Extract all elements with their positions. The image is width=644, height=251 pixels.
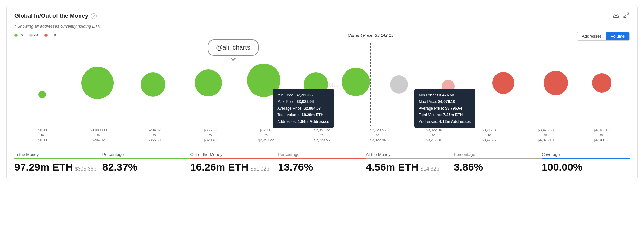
legend-out-dot xyxy=(44,34,48,37)
x-label-7: $3,022.94to$3,217.31 xyxy=(406,128,462,143)
card-title: Global In/Out of the Money xyxy=(14,13,88,19)
legend-at: At xyxy=(29,33,38,37)
card-title-row: Global In/Out of the Money ? xyxy=(14,13,97,19)
legend-at-dot xyxy=(29,34,33,37)
stat-in-label: In the Money xyxy=(14,152,102,159)
stat-coverage: Coverage 100.00% xyxy=(542,152,630,173)
bubble-1 xyxy=(38,91,46,98)
stat-at-pct-value: 3.86% xyxy=(454,161,542,173)
stat-out-value: 16.26m ETH$51.02b xyxy=(190,161,278,173)
svg-line-2 xyxy=(624,16,626,18)
legend-and-toggle: In At Out Addresses Volume xyxy=(14,32,630,41)
bubble-8 xyxy=(390,75,408,94)
header-icons xyxy=(613,12,630,20)
stat-out-subvalue: $51.02b xyxy=(251,166,269,172)
svg-line-1 xyxy=(627,13,629,15)
legend-in-dot xyxy=(14,34,18,37)
bubble-7 xyxy=(342,68,370,96)
current-price-line: Current Price: $3,142.13 xyxy=(370,43,371,126)
stat-out-label: Out of the Money xyxy=(190,152,278,159)
x-label-9: $3,476.53to$4,076.10 xyxy=(518,128,574,143)
subtitle: * Showing all addresses currently holdin… xyxy=(14,24,630,29)
tooltip-2: Min Price: $3,476.53 Max Price: $4,076.1… xyxy=(414,89,476,128)
bubble-11 xyxy=(544,71,568,95)
stat-in-pct-label: Percentage xyxy=(102,152,190,159)
x-label-2: $204.92to$355.60 xyxy=(126,128,182,143)
download-icon[interactable] xyxy=(613,12,619,20)
legend-in: In xyxy=(14,33,23,37)
bubble-3 xyxy=(141,72,165,97)
toggle-addresses[interactable]: Addresses xyxy=(577,32,606,40)
x-label-8: $3,217.31to$3,476.53 xyxy=(462,128,518,143)
stat-at-value: 4.56m ETH$14.32b xyxy=(366,161,454,173)
stat-at-the-money: At the Money 4.56m ETH$14.32b xyxy=(366,152,454,173)
legend-out: Out xyxy=(44,33,56,37)
toggle-buttons: Addresses Volume xyxy=(577,32,630,41)
stat-in-pct-value: 82.37% xyxy=(102,161,190,173)
stat-coverage-label: Coverage xyxy=(542,152,630,159)
stat-in-subvalue: $305.36b xyxy=(75,166,96,172)
chart-area: @ali_charts Current Price: $3,142.13 @co… xyxy=(14,43,630,126)
x-label-5: $2,351.22to$2,723.56 xyxy=(294,128,350,143)
stat-out-pct-label: Percentage xyxy=(278,152,366,159)
x-label-10: $4,076.10to$4,811.59 xyxy=(573,128,630,143)
x-label-4: $829.43to$2,351.22 xyxy=(238,128,294,143)
stat-at-label: At the Money xyxy=(366,152,454,159)
global-inout-money-card: Global In/Out of the Money ? * Showing a… xyxy=(6,5,638,180)
stat-in-value: 97.29m ETH$305.36b xyxy=(14,161,102,173)
legend-row: In At Out xyxy=(14,33,56,37)
x-labels: $0.00to$0.00 $0.000000to$204.92 $204.92t… xyxy=(14,128,630,143)
divider xyxy=(14,148,630,148)
expand-icon[interactable] xyxy=(623,12,630,20)
bubble-12 xyxy=(592,73,611,93)
x-label-1: $0.000000to$204.92 xyxy=(71,128,127,143)
card-header: Global In/Out of the Money ? xyxy=(14,12,630,20)
toggle-volume[interactable]: Volume xyxy=(606,32,629,40)
stat-at-subvalue: $14.32b xyxy=(421,166,439,172)
bubble-4 xyxy=(195,69,222,96)
stat-out-the-money: Out of the Money 16.26m ETH$51.02b xyxy=(190,152,278,173)
tooltip-1: Min Price: $2,723.56 Max Price: $3,022.9… xyxy=(273,89,334,128)
stat-out-pct: Percentage 13.76% xyxy=(278,152,366,173)
legend-at-label: At xyxy=(34,33,38,37)
bubble-2 xyxy=(81,67,114,99)
speech-bubble: @ali_charts xyxy=(208,39,259,56)
x-label-3: $355.60to$829.43 xyxy=(182,128,238,143)
bubble-10 xyxy=(492,72,514,94)
stat-at-pct: Percentage 3.86% xyxy=(454,152,542,173)
speech-bubble-text: @ali_charts xyxy=(216,44,250,51)
stat-at-pct-label: Percentage xyxy=(454,152,542,159)
stat-in-the-money: In the Money 97.29m ETH$305.36b xyxy=(14,152,102,173)
x-label-6: $2,723.56to$3,022.94 xyxy=(350,128,406,143)
x-label-0: $0.00to$0.00 xyxy=(14,128,71,143)
stat-out-pct-value: 13.76% xyxy=(278,161,366,173)
legend-in-label: In xyxy=(19,33,23,37)
chart-outer: @ali_charts Current Price: $3,142.13 @co… xyxy=(14,43,630,143)
stats-row: In the Money 97.29m ETH$305.36b Percenta… xyxy=(14,152,630,173)
current-price-label: Current Price: $3,142.13 xyxy=(348,33,393,38)
help-icon[interactable]: ? xyxy=(91,13,97,19)
stat-coverage-value: 100.00% xyxy=(542,161,630,173)
stat-in-pct: Percentage 82.37% xyxy=(102,152,190,173)
legend-out-label: Out xyxy=(49,33,56,37)
